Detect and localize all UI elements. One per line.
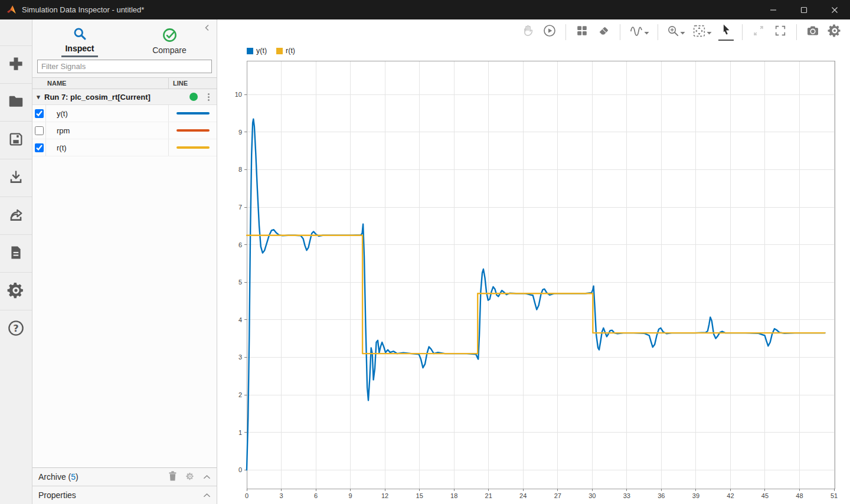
- folder-icon: [7, 93, 25, 113]
- x-tick-label: 27: [554, 492, 561, 499]
- magnifier-icon: [72, 25, 88, 42]
- chart-settings-button[interactable]: [827, 23, 842, 41]
- fullscreen-button[interactable]: [773, 23, 788, 41]
- collapse-panel-button[interactable]: [202, 22, 212, 33]
- fit-to-view-button[interactable]: [692, 23, 712, 41]
- export-share-icon: [8, 207, 24, 225]
- minimize-button[interactable]: [758, 0, 789, 19]
- save-button[interactable]: [0, 121, 32, 159]
- matlab-logo-icon: [6, 5, 17, 15]
- signal-line-swatch[interactable]: [176, 129, 210, 132]
- tab-inspect-label: Inspect: [61, 42, 97, 57]
- snapshot-button[interactable]: [805, 23, 820, 41]
- close-button[interactable]: [819, 0, 850, 19]
- open-button[interactable]: [0, 83, 32, 121]
- replay-button[interactable]: [542, 23, 557, 41]
- toolbar-divider: [658, 24, 658, 40]
- signal-checkbox-r(t)[interactable]: [35, 143, 44, 152]
- properties-collapse-chevron-up-icon[interactable]: [203, 490, 211, 500]
- signal-row-rpm[interactable]: rpm: [32, 122, 217, 139]
- y-tick-label: 9: [238, 129, 242, 136]
- trash-icon[interactable]: [168, 471, 177, 483]
- maximize-button[interactable]: [789, 0, 819, 19]
- toolbar-divider: [620, 24, 620, 40]
- plus-icon: [7, 55, 25, 75]
- signal-wave-icon: [629, 23, 644, 41]
- tab-compare-label: Compare: [149, 44, 190, 57]
- fit-view-icon: [692, 24, 707, 41]
- y-tick-label: 2: [238, 391, 242, 398]
- import-download-icon: [8, 169, 24, 188]
- signal-line-swatch[interactable]: [176, 112, 210, 114]
- signal-row-r(t)[interactable]: r(t): [32, 139, 217, 156]
- chevron-down-icon: [707, 27, 712, 37]
- x-tick-label: 12: [381, 492, 388, 499]
- signal-line-swatch[interactable]: [176, 146, 210, 149]
- series-y(t): [247, 119, 825, 470]
- export-button[interactable]: [0, 197, 32, 234]
- column-header-line: LINE: [168, 78, 217, 89]
- zoom-in-button[interactable]: [666, 23, 685, 41]
- y-tick-label: 1: [238, 429, 242, 436]
- replay-play-icon: [542, 24, 557, 40]
- expand-triangle-icon[interactable]: ▾: [32, 93, 44, 101]
- signal-line-cell: [168, 105, 217, 122]
- fullscreen-brackets-icon: [774, 24, 787, 40]
- series-r(t): [247, 235, 825, 354]
- archive-bar[interactable]: Archive (5): [32, 467, 217, 486]
- plot-area: y(t)r(t) 0369121518212427303336394245485…: [217, 44, 850, 504]
- y-tick-label: 5: [238, 279, 242, 286]
- import-button[interactable]: [0, 159, 32, 197]
- signal-checkbox-cell: [32, 105, 46, 122]
- help-button[interactable]: ?: [0, 310, 32, 348]
- archive-settings-gear-icon[interactable]: [186, 472, 194, 482]
- report-button[interactable]: [0, 234, 32, 272]
- signal-options-button[interactable]: [629, 23, 649, 41]
- signal-row-y(t)[interactable]: y(t): [32, 105, 217, 122]
- signal-checkbox-y(t)[interactable]: [35, 109, 44, 118]
- signal-checkbox-rpm[interactable]: [35, 126, 44, 135]
- y-tick-label: 4: [238, 316, 242, 323]
- x-tick-label: 18: [450, 492, 457, 499]
- run-label: Run 7: plc_cosim_rt[Current]: [44, 93, 189, 102]
- x-tick-label: 48: [796, 492, 803, 499]
- filter-signals-input[interactable]: [37, 60, 212, 73]
- signal-checkbox-cell: [32, 139, 46, 156]
- y-tick-label: 7: [238, 204, 242, 211]
- title-bar: Simulation Data Inspector - untitled*: [0, 0, 850, 19]
- y-tick-label: 10: [235, 91, 242, 98]
- pan-hand-button[interactable]: [520, 23, 535, 41]
- archive-label: Archive (5): [38, 472, 168, 482]
- tab-compare[interactable]: Compare: [135, 25, 204, 57]
- run-group-row[interactable]: ▾ Run 7: plc_cosim_rt[Current]: [32, 89, 217, 105]
- x-tick-label: 9: [349, 492, 352, 499]
- y-tick-label: 3: [238, 354, 242, 361]
- resize-button[interactable]: [751, 23, 766, 41]
- toolbar-divider: [565, 24, 566, 40]
- x-tick-label: 33: [623, 492, 630, 499]
- camera-icon: [806, 24, 820, 40]
- plot-border: [247, 61, 835, 489]
- signal-name: rpm: [46, 126, 168, 135]
- x-tick-label: 3: [279, 492, 283, 499]
- preferences-button[interactable]: [0, 272, 32, 310]
- left-icon-strip: ?: [0, 19, 32, 504]
- signals-panel: Inspect Compare NAME LINE ▾: [32, 19, 217, 504]
- eraser-icon: [597, 24, 610, 40]
- x-tick-label: 51: [831, 492, 838, 499]
- panel-tabs: Inspect Compare: [32, 19, 217, 57]
- svg-text:?: ?: [13, 322, 18, 333]
- x-tick-label: 15: [416, 492, 423, 499]
- subplot-layout-button[interactable]: [574, 23, 590, 41]
- properties-bar[interactable]: Properties: [32, 486, 217, 504]
- gear-icon: [828, 24, 842, 40]
- tab-inspect[interactable]: Inspect: [45, 25, 115, 57]
- document-icon: [8, 244, 24, 263]
- archive-collapse-chevron-up-icon[interactable]: [203, 472, 211, 482]
- run-options-menu-icon[interactable]: [203, 93, 214, 101]
- archive-count: 5: [71, 472, 76, 482]
- clear-plots-button[interactable]: [596, 23, 612, 41]
- add-button[interactable]: [0, 45, 32, 83]
- time-plot[interactable]: 0369121518212427303336394245485101234567…: [217, 44, 850, 504]
- cursor-select-button[interactable]: [718, 23, 734, 41]
